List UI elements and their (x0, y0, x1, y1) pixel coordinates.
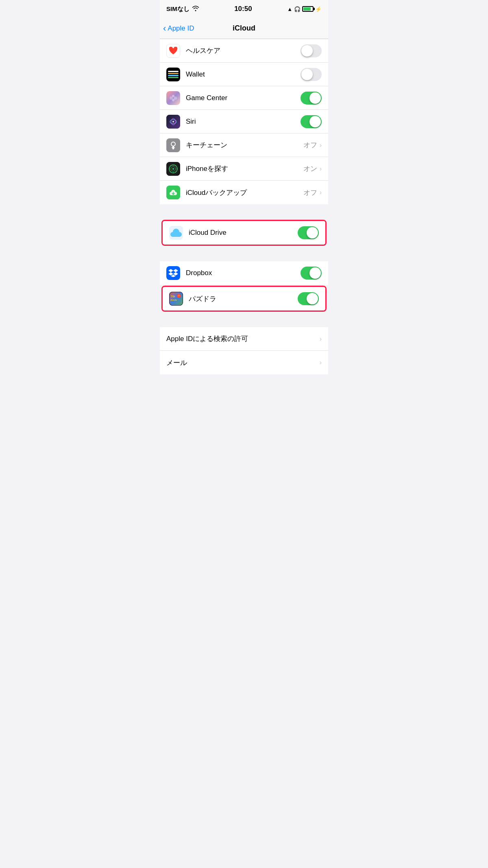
location-icon: ▲ (287, 6, 292, 12)
siri-row[interactable]: Siri (160, 110, 328, 133)
nav-bar: ‹ Apple ID iCloud (160, 18, 328, 39)
back-button[interactable]: ‹ Apple ID (163, 24, 194, 33)
iclouddrive-toggle[interactable] (298, 226, 319, 239)
icloudbackup-label: iCloudバックアップ (186, 188, 303, 197)
bottom-padding (160, 374, 328, 391)
svg-point-2 (174, 96, 177, 100)
iclouddrive-highlight-wrapper: iCloud Drive (160, 219, 328, 247)
wallet-toggle-knob (301, 69, 313, 80)
iclouddrive-toggle-knob (307, 227, 318, 238)
gamecenter-toggle-knob (309, 92, 321, 104)
status-bar: SIMなし 10:50 ▲ 🎧 ⚡ (160, 0, 328, 18)
puzzledragons-toggle-knob (307, 293, 318, 304)
puzzledragons-label: パズドラ (189, 294, 298, 304)
svg-point-4 (172, 99, 174, 101)
wallet-toggle[interactable] (301, 68, 322, 81)
health-toggle-knob (301, 45, 313, 57)
svg-rect-0 (166, 91, 180, 105)
gamecenter-row[interactable]: Game Center (160, 86, 328, 110)
back-label: Apple ID (168, 24, 194, 33)
puzzledragons-row[interactable]: 7th Anniv パズドラ (163, 287, 325, 310)
headphone-icon: 🎧 (294, 6, 301, 12)
mail-row[interactable]: メール › (160, 351, 328, 374)
dropbox-icon (166, 266, 180, 280)
dropbox-toggle-knob (309, 267, 321, 279)
health-row[interactable]: ヘルスケア (160, 39, 328, 63)
status-time: 10:50 (234, 5, 252, 13)
status-left: SIMなし (166, 5, 199, 13)
dropbox-label: Dropbox (186, 269, 301, 277)
iclouddrive-label: iCloud Drive (189, 229, 298, 237)
section-gap-2 (160, 247, 328, 261)
keychain-row[interactable]: キーチェーン オフ › (160, 133, 328, 157)
iclouddrive-highlight-box: iCloud Drive (161, 220, 327, 246)
svg-point-15 (172, 168, 174, 170)
dropbox-row[interactable]: Dropbox (160, 261, 328, 285)
iclouddrive-icon (169, 226, 183, 240)
svg-rect-9 (166, 138, 180, 152)
battery-icon (302, 6, 314, 12)
svg-text:Anniv: Anniv (170, 299, 177, 301)
health-label: ヘルスケア (186, 46, 301, 55)
siri-label: Siri (186, 118, 301, 126)
settings-group-1: ヘルスケア Wallet (160, 39, 328, 204)
status-right: ▲ 🎧 ⚡ (287, 6, 322, 12)
icloudbackup-icon (166, 186, 180, 199)
siri-toggle[interactable] (301, 115, 322, 128)
findphone-icon (166, 162, 180, 176)
section-gap-1 (160, 204, 328, 219)
battery-fill (303, 7, 311, 11)
icloudbackup-value: オフ (303, 188, 317, 197)
wallet-row[interactable]: Wallet (160, 63, 328, 86)
page-title: iCloud (233, 24, 255, 33)
wallet-icon (166, 68, 180, 81)
puzzledragons-icon: 7th Anniv (169, 292, 183, 306)
svg-point-3 (172, 95, 174, 97)
back-arrow-icon: ‹ (163, 24, 166, 33)
settings-group-2: Dropbox (160, 261, 328, 285)
svg-rect-11 (172, 147, 175, 148)
appleidsearch-label: Apple IDによる検索の許可 (166, 334, 320, 343)
mail-label: メール (166, 358, 320, 367)
charging-icon: ⚡ (315, 6, 322, 12)
keychain-chevron-icon: › (320, 142, 322, 149)
findphone-chevron-icon: › (320, 165, 322, 173)
health-toggle[interactable] (301, 44, 322, 57)
puzzledragons-toggle[interactable] (298, 292, 319, 305)
mail-chevron-icon: › (320, 359, 322, 366)
findphone-row[interactable]: iPhoneを探す オン › (160, 157, 328, 181)
keychain-label: キーチェーン (186, 140, 303, 150)
puzzledragons-highlight-box: 7th Anniv パズドラ (161, 286, 327, 312)
puzzledragons-highlight-wrapper: 7th Anniv パズドラ (160, 285, 328, 313)
findphone-value: オン (303, 164, 317, 173)
keychain-value: オフ (303, 140, 317, 150)
iclouddrive-row[interactable]: iCloud Drive (163, 221, 325, 245)
icloudbackup-chevron-icon: › (320, 189, 322, 196)
carrier-label: SIMなし (166, 5, 190, 13)
icloudbackup-row[interactable]: iCloudバックアップ オフ › (160, 181, 328, 204)
menu-group: Apple IDによる検索の許可 › メール › (160, 327, 328, 374)
siri-icon (166, 115, 180, 129)
svg-point-1 (170, 96, 173, 100)
dropbox-toggle[interactable] (301, 267, 322, 280)
svg-point-8 (172, 121, 174, 122)
wifi-icon (192, 6, 199, 13)
gamecenter-label: Game Center (186, 94, 301, 102)
wallet-label: Wallet (186, 70, 301, 79)
findphone-label: iPhoneを探す (186, 164, 303, 173)
gamecenter-icon (166, 91, 180, 105)
gamecenter-toggle[interactable] (301, 92, 322, 105)
siri-toggle-knob (309, 116, 321, 127)
health-icon (166, 44, 180, 58)
appleidsearch-row[interactable]: Apple IDによる検索の許可 › (160, 327, 328, 351)
section-gap-3 (160, 313, 328, 327)
svg-text:7th: 7th (171, 295, 175, 298)
appleidsearch-chevron-icon: › (320, 335, 322, 343)
keychain-icon (166, 138, 180, 152)
